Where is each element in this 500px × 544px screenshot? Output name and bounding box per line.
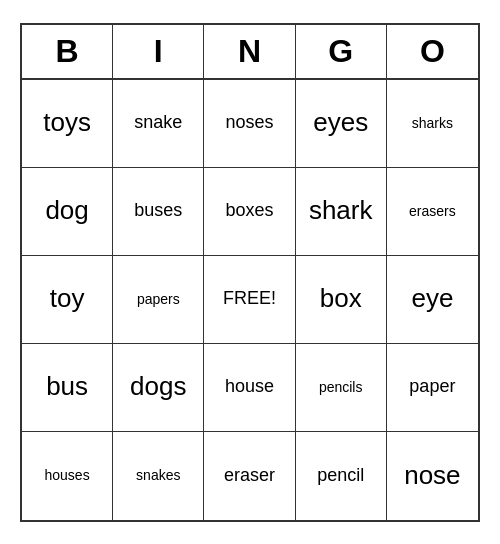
cell-text-4-4: nose <box>404 460 460 491</box>
header-letter-G: G <box>296 25 387 78</box>
cell-2-3: box <box>296 256 387 344</box>
cell-3-1: dogs <box>113 344 204 432</box>
header-letter-N: N <box>204 25 295 78</box>
cell-1-0: dog <box>22 168 113 256</box>
cell-1-2: boxes <box>204 168 295 256</box>
cell-2-2: FREE! <box>204 256 295 344</box>
cell-text-2-3: box <box>320 283 362 314</box>
cell-text-4-3: pencil <box>317 465 364 487</box>
cell-2-1: papers <box>113 256 204 344</box>
cell-4-2: eraser <box>204 432 295 520</box>
cell-0-0: toys <box>22 80 113 168</box>
cell-4-0: houses <box>22 432 113 520</box>
cell-text-2-0: toy <box>50 283 85 314</box>
cell-2-0: toy <box>22 256 113 344</box>
cell-4-1: snakes <box>113 432 204 520</box>
bingo-header: BINGO <box>22 25 478 80</box>
header-letter-O: O <box>387 25 478 78</box>
bingo-grid: toyssnakenoseseyessharksdogbusesboxessha… <box>22 80 478 520</box>
cell-text-0-4: sharks <box>412 115 453 132</box>
cell-3-2: house <box>204 344 295 432</box>
cell-text-4-0: houses <box>45 467 90 484</box>
cell-4-4: nose <box>387 432 478 520</box>
cell-3-0: bus <box>22 344 113 432</box>
cell-2-4: eye <box>387 256 478 344</box>
cell-text-2-1: papers <box>137 291 180 308</box>
cell-text-2-2: FREE! <box>223 288 276 310</box>
cell-text-1-3: shark <box>309 195 373 226</box>
cell-text-3-3: pencils <box>319 379 363 396</box>
cell-4-3: pencil <box>296 432 387 520</box>
cell-text-1-0: dog <box>45 195 88 226</box>
cell-text-2-4: eye <box>411 283 453 314</box>
cell-text-3-2: house <box>225 376 274 398</box>
cell-text-4-1: snakes <box>136 467 180 484</box>
cell-text-1-1: buses <box>134 200 182 222</box>
header-letter-B: B <box>22 25 113 78</box>
cell-text-4-2: eraser <box>224 465 275 487</box>
cell-1-4: erasers <box>387 168 478 256</box>
cell-text-3-0: bus <box>46 371 88 402</box>
cell-text-0-0: toys <box>43 107 91 138</box>
cell-3-4: paper <box>387 344 478 432</box>
cell-text-0-2: noses <box>225 112 273 134</box>
cell-text-1-4: erasers <box>409 203 456 220</box>
cell-text-0-1: snake <box>134 112 182 134</box>
cell-text-0-3: eyes <box>313 107 368 138</box>
cell-1-3: shark <box>296 168 387 256</box>
cell-0-4: sharks <box>387 80 478 168</box>
cell-text-3-1: dogs <box>130 371 186 402</box>
cell-1-1: buses <box>113 168 204 256</box>
cell-3-3: pencils <box>296 344 387 432</box>
cell-text-1-2: boxes <box>225 200 273 222</box>
cell-0-3: eyes <box>296 80 387 168</box>
header-letter-I: I <box>113 25 204 78</box>
cell-0-1: snake <box>113 80 204 168</box>
cell-text-3-4: paper <box>409 376 455 398</box>
cell-0-2: noses <box>204 80 295 168</box>
bingo-card: BINGO toyssnakenoseseyessharksdogbusesbo… <box>20 23 480 522</box>
